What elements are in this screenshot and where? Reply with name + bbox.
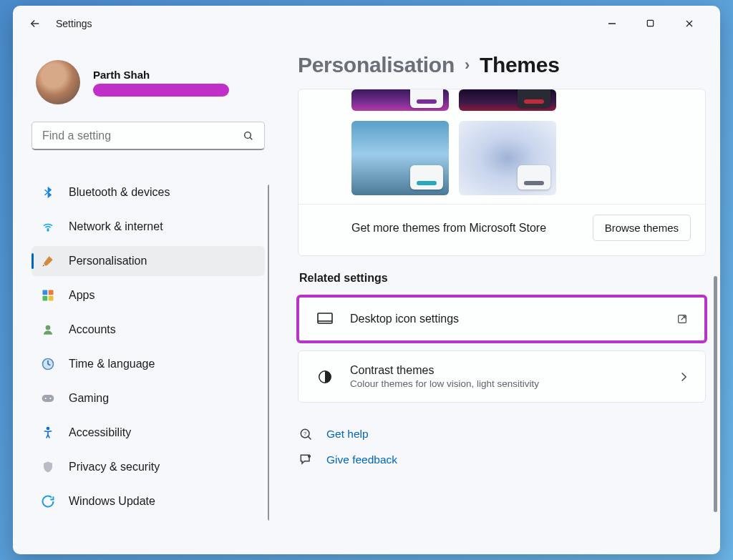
sidebar-item-label: Accessibility	[69, 426, 131, 439]
theme-tile[interactable]	[459, 121, 556, 195]
link-label[interactable]: Get help	[326, 428, 369, 441]
sidebar: Parth Shah Bluetooth & devices	[13, 37, 278, 554]
desktop-icon	[316, 310, 334, 328]
get-help-link[interactable]: ? Get help	[298, 421, 706, 447]
theme-tile[interactable]	[351, 121, 449, 195]
desktop-icon-settings-row[interactable]: Desktop icon settings	[298, 296, 706, 342]
back-button[interactable]	[29, 17, 46, 30]
sidebar-item-label: Personalisation	[69, 255, 147, 267]
close-button[interactable]	[684, 19, 702, 29]
user-name: Parth Shah	[93, 69, 229, 81]
sidebar-item-label: Network & internet	[69, 220, 163, 233]
globe-clock-icon	[40, 356, 56, 372]
row-title: Contrast themes	[350, 364, 664, 377]
sidebar-item-label: Windows Update	[69, 495, 155, 508]
theme-tile[interactable]	[351, 89, 449, 111]
breadcrumb: Personalisation › Themes	[298, 53, 706, 77]
minimize-button[interactable]	[607, 19, 624, 29]
shield-icon	[40, 459, 56, 475]
person-icon	[40, 322, 56, 338]
open-external-icon	[676, 313, 688, 325]
link-label[interactable]: Give feedback	[326, 453, 397, 466]
sidebar-item-network[interactable]: Network & internet	[31, 212, 265, 242]
svg-line-5	[250, 137, 252, 139]
svg-rect-10	[49, 296, 54, 301]
row-title: Desktop icon settings	[350, 313, 661, 325]
chevron-right-icon	[679, 371, 688, 383]
wifi-icon	[40, 219, 56, 235]
breadcrumb-current: Themes	[480, 53, 560, 77]
user-profile[interactable]: Parth Shah	[31, 50, 269, 117]
feedback-icon	[298, 453, 314, 467]
sidebar-item-label: Bluetooth & devices	[69, 186, 170, 199]
app-title: Settings	[56, 18, 92, 29]
contrast-themes-row[interactable]: Contrast themes Colour themes for low vi…	[298, 350, 706, 403]
svg-point-6	[47, 230, 49, 231]
sidebar-item-gaming[interactable]: Gaming	[31, 383, 265, 413]
sidebar-scrollbar[interactable]	[268, 185, 269, 521]
browse-themes-button[interactable]: Browse themes	[593, 215, 691, 241]
avatar	[36, 60, 80, 104]
svg-point-23	[308, 455, 311, 458]
sidebar-item-windows-update[interactable]: Windows Update	[31, 486, 265, 516]
contrast-icon	[316, 368, 334, 386]
sidebar-item-apps[interactable]: Apps	[31, 280, 265, 310]
accessibility-icon	[40, 425, 56, 441]
sidebar-item-time-language[interactable]: Time & language	[31, 349, 265, 379]
svg-point-11	[46, 325, 51, 330]
titlebar: Settings	[13, 6, 720, 37]
help-icon: ?	[298, 427, 314, 441]
sidebar-item-label: Accounts	[69, 323, 116, 336]
svg-point-14	[45, 398, 47, 399]
svg-rect-8	[49, 290, 54, 295]
gamepad-icon	[40, 390, 56, 406]
svg-point-4	[245, 132, 251, 138]
chevron-right-icon: ›	[465, 56, 470, 74]
row-subtitle: Colour themes for low vision, light sens…	[350, 378, 664, 389]
breadcrumb-parent[interactable]: Personalisation	[298, 53, 455, 77]
nav-list: Bluetooth & devices Network & internet P…	[31, 160, 269, 532]
themes-card: Get more themes from Microsoft Store Bro…	[298, 89, 706, 256]
bluetooth-icon	[40, 185, 56, 200]
search-box[interactable]	[31, 122, 265, 150]
sidebar-item-label: Apps	[69, 289, 94, 302]
search-icon	[243, 130, 254, 142]
main-scrollbar[interactable]	[714, 276, 717, 512]
sidebar-item-label: Privacy & security	[69, 461, 160, 473]
give-feedback-link[interactable]: Give feedback	[298, 447, 706, 473]
svg-rect-17	[318, 313, 332, 323]
sidebar-item-accounts[interactable]: Accounts	[31, 315, 265, 345]
svg-rect-7	[43, 290, 48, 295]
theme-tile[interactable]	[459, 89, 556, 111]
sidebar-item-label: Gaming	[69, 392, 109, 405]
sidebar-item-privacy[interactable]: Privacy & security	[31, 452, 265, 482]
more-themes-label: Get more themes from Microsoft Store	[351, 220, 546, 236]
settings-window: Settings Parth Shah	[13, 6, 720, 554]
svg-point-15	[49, 398, 51, 399]
related-settings-heading: Related settings	[299, 272, 706, 285]
update-icon	[40, 493, 56, 509]
main-panel: Personalisation › Themes	[278, 37, 720, 554]
paintbrush-icon	[40, 253, 56, 269]
user-email-redacted	[93, 84, 229, 97]
search-input[interactable]	[42, 129, 243, 142]
svg-text:?: ?	[304, 431, 306, 437]
nav-item-partial[interactable]	[31, 160, 265, 173]
svg-rect-1	[647, 20, 653, 26]
apps-icon	[40, 288, 56, 303]
maximize-button[interactable]	[646, 19, 663, 29]
sidebar-item-accessibility[interactable]: Accessibility	[31, 418, 265, 448]
sidebar-item-label: Time & language	[69, 358, 155, 370]
svg-point-16	[47, 428, 49, 430]
sidebar-item-bluetooth[interactable]: Bluetooth & devices	[31, 177, 265, 207]
svg-rect-13	[42, 395, 54, 402]
svg-rect-9	[43, 296, 48, 301]
sidebar-item-personalisation[interactable]: Personalisation	[31, 246, 265, 276]
